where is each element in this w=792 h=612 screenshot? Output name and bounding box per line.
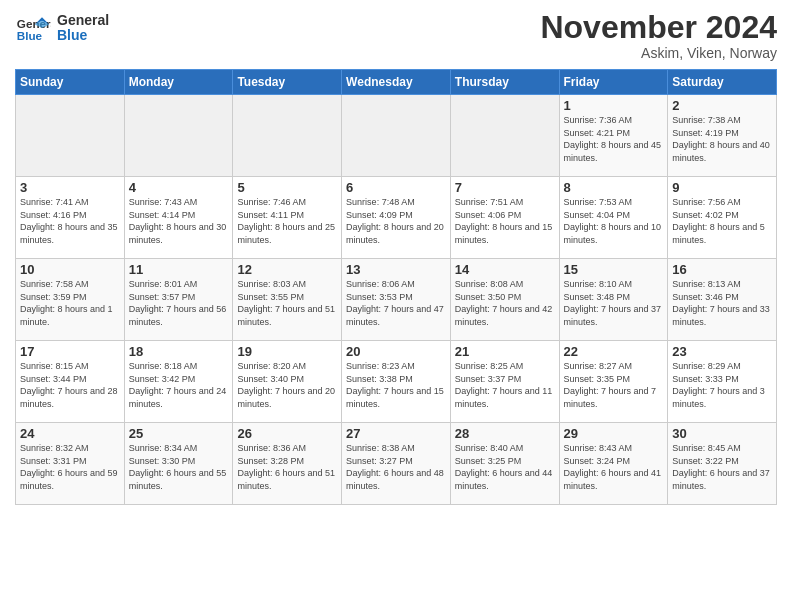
day-number: 24 xyxy=(20,426,120,441)
day-number: 26 xyxy=(237,426,337,441)
calendar-cell: 3Sunrise: 7:41 AMSunset: 4:16 PMDaylight… xyxy=(16,177,125,259)
day-info: Sunrise: 8:32 AMSunset: 3:31 PMDaylight:… xyxy=(20,442,120,492)
calendar-cell: 4Sunrise: 7:43 AMSunset: 4:14 PMDaylight… xyxy=(124,177,233,259)
day-info: Sunrise: 7:58 AMSunset: 3:59 PMDaylight:… xyxy=(20,278,120,328)
header-thursday: Thursday xyxy=(450,70,559,95)
calendar-cell: 17Sunrise: 8:15 AMSunset: 3:44 PMDayligh… xyxy=(16,341,125,423)
logo: General Blue General Blue xyxy=(15,10,109,46)
day-info: Sunrise: 8:03 AMSunset: 3:55 PMDaylight:… xyxy=(237,278,337,328)
calendar-week-1: 1Sunrise: 7:36 AMSunset: 4:21 PMDaylight… xyxy=(16,95,777,177)
day-info: Sunrise: 8:45 AMSunset: 3:22 PMDaylight:… xyxy=(672,442,772,492)
month-title: November 2024 xyxy=(540,10,777,45)
logo-icon: General Blue xyxy=(15,10,51,46)
day-number: 10 xyxy=(20,262,120,277)
day-info: Sunrise: 8:25 AMSunset: 3:37 PMDaylight:… xyxy=(455,360,555,410)
calendar-cell xyxy=(16,95,125,177)
header-sunday: Sunday xyxy=(16,70,125,95)
calendar-cell xyxy=(124,95,233,177)
day-info: Sunrise: 8:18 AMSunset: 3:42 PMDaylight:… xyxy=(129,360,229,410)
day-info: Sunrise: 8:20 AMSunset: 3:40 PMDaylight:… xyxy=(237,360,337,410)
day-number: 8 xyxy=(564,180,664,195)
logo-line2: Blue xyxy=(57,28,109,43)
day-info: Sunrise: 7:46 AMSunset: 4:11 PMDaylight:… xyxy=(237,196,337,246)
calendar-cell: 11Sunrise: 8:01 AMSunset: 3:57 PMDayligh… xyxy=(124,259,233,341)
calendar-cell: 25Sunrise: 8:34 AMSunset: 3:30 PMDayligh… xyxy=(124,423,233,505)
day-number: 25 xyxy=(129,426,229,441)
day-number: 12 xyxy=(237,262,337,277)
calendar-cell xyxy=(233,95,342,177)
calendar-cell xyxy=(450,95,559,177)
header-friday: Friday xyxy=(559,70,668,95)
calendar-cell: 15Sunrise: 8:10 AMSunset: 3:48 PMDayligh… xyxy=(559,259,668,341)
calendar-week-5: 24Sunrise: 8:32 AMSunset: 3:31 PMDayligh… xyxy=(16,423,777,505)
day-info: Sunrise: 8:08 AMSunset: 3:50 PMDaylight:… xyxy=(455,278,555,328)
day-info: Sunrise: 7:48 AMSunset: 4:09 PMDaylight:… xyxy=(346,196,446,246)
day-info: Sunrise: 7:36 AMSunset: 4:21 PMDaylight:… xyxy=(564,114,664,164)
day-number: 29 xyxy=(564,426,664,441)
page-header: General Blue General Blue November 2024 … xyxy=(15,10,777,61)
svg-text:Blue: Blue xyxy=(17,29,43,42)
calendar-cell: 26Sunrise: 8:36 AMSunset: 3:28 PMDayligh… xyxy=(233,423,342,505)
day-info: Sunrise: 8:40 AMSunset: 3:25 PMDaylight:… xyxy=(455,442,555,492)
calendar-cell: 8Sunrise: 7:53 AMSunset: 4:04 PMDaylight… xyxy=(559,177,668,259)
calendar-week-4: 17Sunrise: 8:15 AMSunset: 3:44 PMDayligh… xyxy=(16,341,777,423)
day-number: 23 xyxy=(672,344,772,359)
calendar-cell: 24Sunrise: 8:32 AMSunset: 3:31 PMDayligh… xyxy=(16,423,125,505)
calendar-cell: 13Sunrise: 8:06 AMSunset: 3:53 PMDayligh… xyxy=(342,259,451,341)
calendar-cell: 30Sunrise: 8:45 AMSunset: 3:22 PMDayligh… xyxy=(668,423,777,505)
day-info: Sunrise: 8:13 AMSunset: 3:46 PMDaylight:… xyxy=(672,278,772,328)
calendar-cell xyxy=(342,95,451,177)
day-number: 22 xyxy=(564,344,664,359)
day-info: Sunrise: 8:43 AMSunset: 3:24 PMDaylight:… xyxy=(564,442,664,492)
day-number: 17 xyxy=(20,344,120,359)
day-number: 19 xyxy=(237,344,337,359)
day-info: Sunrise: 8:36 AMSunset: 3:28 PMDaylight:… xyxy=(237,442,337,492)
day-info: Sunrise: 8:34 AMSunset: 3:30 PMDaylight:… xyxy=(129,442,229,492)
calendar-cell: 19Sunrise: 8:20 AMSunset: 3:40 PMDayligh… xyxy=(233,341,342,423)
header-saturday: Saturday xyxy=(668,70,777,95)
day-number: 4 xyxy=(129,180,229,195)
header-tuesday: Tuesday xyxy=(233,70,342,95)
day-number: 7 xyxy=(455,180,555,195)
day-info: Sunrise: 7:43 AMSunset: 4:14 PMDaylight:… xyxy=(129,196,229,246)
day-number: 21 xyxy=(455,344,555,359)
calendar-cell: 9Sunrise: 7:56 AMSunset: 4:02 PMDaylight… xyxy=(668,177,777,259)
day-info: Sunrise: 8:15 AMSunset: 3:44 PMDaylight:… xyxy=(20,360,120,410)
day-number: 5 xyxy=(237,180,337,195)
day-info: Sunrise: 8:38 AMSunset: 3:27 PMDaylight:… xyxy=(346,442,446,492)
day-info: Sunrise: 8:23 AMSunset: 3:38 PMDaylight:… xyxy=(346,360,446,410)
calendar-cell: 28Sunrise: 8:40 AMSunset: 3:25 PMDayligh… xyxy=(450,423,559,505)
logo-line1: General xyxy=(57,13,109,28)
calendar-cell: 6Sunrise: 7:48 AMSunset: 4:09 PMDaylight… xyxy=(342,177,451,259)
day-number: 15 xyxy=(564,262,664,277)
calendar-cell: 27Sunrise: 8:38 AMSunset: 3:27 PMDayligh… xyxy=(342,423,451,505)
day-number: 27 xyxy=(346,426,446,441)
calendar-cell: 7Sunrise: 7:51 AMSunset: 4:06 PMDaylight… xyxy=(450,177,559,259)
day-info: Sunrise: 8:01 AMSunset: 3:57 PMDaylight:… xyxy=(129,278,229,328)
calendar-cell: 2Sunrise: 7:38 AMSunset: 4:19 PMDaylight… xyxy=(668,95,777,177)
calendar-cell: 20Sunrise: 8:23 AMSunset: 3:38 PMDayligh… xyxy=(342,341,451,423)
day-number: 13 xyxy=(346,262,446,277)
day-info: Sunrise: 7:41 AMSunset: 4:16 PMDaylight:… xyxy=(20,196,120,246)
header-monday: Monday xyxy=(124,70,233,95)
calendar-week-3: 10Sunrise: 7:58 AMSunset: 3:59 PMDayligh… xyxy=(16,259,777,341)
calendar-cell: 10Sunrise: 7:58 AMSunset: 3:59 PMDayligh… xyxy=(16,259,125,341)
day-number: 30 xyxy=(672,426,772,441)
calendar-cell: 29Sunrise: 8:43 AMSunset: 3:24 PMDayligh… xyxy=(559,423,668,505)
day-number: 9 xyxy=(672,180,772,195)
day-number: 1 xyxy=(564,98,664,113)
day-number: 18 xyxy=(129,344,229,359)
day-number: 20 xyxy=(346,344,446,359)
calendar-cell: 1Sunrise: 7:36 AMSunset: 4:21 PMDaylight… xyxy=(559,95,668,177)
calendar-cell: 16Sunrise: 8:13 AMSunset: 3:46 PMDayligh… xyxy=(668,259,777,341)
day-number: 3 xyxy=(20,180,120,195)
header-wednesday: Wednesday xyxy=(342,70,451,95)
calendar-header-row: Sunday Monday Tuesday Wednesday Thursday… xyxy=(16,70,777,95)
calendar-cell: 12Sunrise: 8:03 AMSunset: 3:55 PMDayligh… xyxy=(233,259,342,341)
location: Askim, Viken, Norway xyxy=(540,45,777,61)
day-info: Sunrise: 8:27 AMSunset: 3:35 PMDaylight:… xyxy=(564,360,664,410)
calendar-cell: 18Sunrise: 8:18 AMSunset: 3:42 PMDayligh… xyxy=(124,341,233,423)
day-info: Sunrise: 7:38 AMSunset: 4:19 PMDaylight:… xyxy=(672,114,772,164)
day-info: Sunrise: 8:06 AMSunset: 3:53 PMDaylight:… xyxy=(346,278,446,328)
day-number: 2 xyxy=(672,98,772,113)
